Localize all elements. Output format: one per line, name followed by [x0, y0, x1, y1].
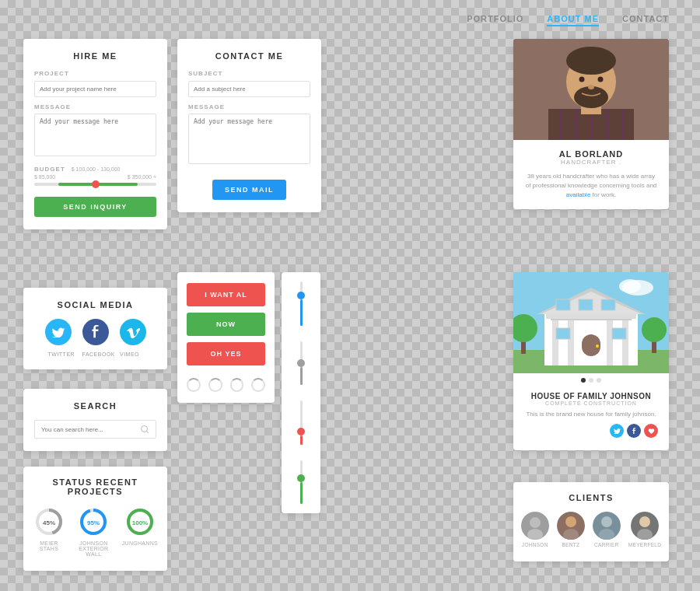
clients-card: CLIENTS JOHNSON BENTZ [513, 482, 669, 561]
house-subtitle: COMPLETE CONSTRUCTION [524, 400, 658, 406]
house-image [513, 272, 669, 373]
send-inquiry-button[interactable]: SEND INQUIRY [34, 197, 156, 217]
svg-point-36 [596, 344, 599, 348]
client-carrier: CARRIER [593, 512, 621, 547]
project-label: PROJECT [34, 70, 156, 77]
send-mail-button[interactable]: SEND MAIL [212, 180, 286, 200]
svg-rect-30 [556, 299, 570, 310]
status-item-2: 95% JOHNSONEXTERIOR WALL [76, 505, 111, 557]
v-slider-3[interactable] [300, 400, 303, 445]
contact-me-title: CONTACT ME [188, 51, 310, 61]
v-slider-2[interactable] [300, 341, 303, 386]
svg-point-51 [530, 517, 541, 528]
v-slider-4[interactable] [300, 460, 303, 505]
budget-row: $ 85,000 $ 350,000 + [34, 174, 156, 180]
v-slider-1[interactable] [300, 282, 303, 326]
profile-description: 38 years old handcrafter who has a wide … [524, 172, 658, 200]
svg-rect-27 [546, 314, 636, 319]
svg-rect-23 [568, 319, 574, 365]
house-facebook-icon[interactable] [627, 424, 641, 438]
vimeo-label: VIMEO [117, 351, 143, 357]
svg-text:100%: 100% [132, 519, 148, 526]
svg-point-13 [598, 77, 604, 82]
available-link[interactable]: available [566, 191, 591, 198]
house-name: HOUSE OF FAMILY JOHNSON [524, 392, 658, 400]
house-red-icon[interactable] [644, 424, 658, 438]
profile-title: HANDCRAFTER . [524, 159, 658, 166]
spinner-4 [251, 378, 265, 392]
svg-rect-25 [622, 319, 628, 365]
svg-rect-34 [612, 328, 626, 339]
message-label: MESSAGE [34, 103, 156, 110]
project-input[interactable] [34, 81, 156, 97]
nav-contact[interactable]: CONTACT [622, 14, 669, 26]
svg-point-14 [588, 85, 594, 89]
status-label-2: JOHNSONEXTERIOR WALL [76, 540, 111, 557]
house-card: HOUSE OF FAMILY JOHNSON COMPLETE CONSTRU… [513, 272, 669, 450]
svg-point-19 [619, 279, 641, 293]
budget-label: BUDGET [34, 166, 65, 173]
status-card: STATUS RECENT PROJECTS 45% MEIERSTAHS 95… [23, 467, 167, 571]
svg-text:95%: 95% [87, 519, 100, 526]
house-twitter-icon[interactable] [610, 424, 624, 438]
client-name-meyerfeld: MEYERFELD [628, 542, 661, 547]
profile-image [513, 39, 669, 140]
sliders-card [282, 272, 320, 513]
svg-line-16 [146, 431, 148, 432]
status-item-3: 100% JUNGHANNS [122, 505, 158, 557]
svg-rect-32 [601, 299, 615, 310]
social-media-title: SOCIAL MEDIA [34, 300, 156, 309]
profile-card: AL BORLAND HANDCRAFTER . 38 years old ha… [513, 39, 669, 209]
twitter-icon[interactable] [45, 319, 72, 345]
svg-point-60 [639, 516, 650, 527]
client-name-carrier: CARRIER [594, 542, 618, 547]
search-title: SEARCH [34, 401, 156, 411]
svg-rect-24 [607, 319, 613, 365]
svg-rect-31 [579, 299, 593, 310]
clients-row: JOHNSON BENTZ CARRIER [524, 512, 658, 547]
svg-point-10 [566, 47, 616, 75]
status-label-3: JUNGHANNS [122, 540, 158, 546]
profile-info: AL BORLAND HANDCRAFTER . 38 years old ha… [513, 140, 669, 209]
nav-bar: PORTFOLIO ABOUT ME CONTACT [467, 14, 669, 26]
client-bentz: BENTZ [557, 512, 585, 547]
nav-portfolio[interactable]: PORTFOLIO [467, 14, 523, 26]
message-textarea[interactable] [34, 114, 156, 156]
budget-min: $ 85,000 [34, 174, 55, 180]
now-button[interactable]: NOW [187, 313, 265, 336]
nav-about-me[interactable]: ABOUT ME [547, 14, 599, 26]
social-icons-row [34, 319, 156, 345]
status-circles: 45% MEIERSTAHS 95% JOHNSONEXTERIOR WALL [33, 505, 158, 557]
profile-name: AL BORLAND [524, 149, 658, 159]
house-description: This is the brand new house for family j… [524, 411, 658, 418]
slider-track[interactable] [34, 183, 156, 186]
spinner-2 [208, 378, 222, 392]
twitter-label: TWITTER [48, 351, 75, 357]
facebook-label: FACEBOOK [82, 351, 109, 357]
svg-rect-33 [556, 328, 570, 339]
client-name-bentz: BENTZ [562, 542, 579, 547]
contact-message-textarea[interactable] [188, 114, 310, 164]
spinners-row [187, 378, 265, 392]
vimeo-icon[interactable] [120, 319, 146, 345]
svg-rect-22 [552, 319, 558, 365]
svg-point-12 [579, 77, 585, 82]
clients-title: CLIENTS [524, 493, 658, 502]
contact-message-label: MESSAGE [188, 103, 310, 110]
budget-max: $ 350,000 + [128, 174, 156, 180]
search-icon [140, 425, 149, 434]
search-input[interactable] [41, 426, 140, 433]
search-box [34, 420, 156, 439]
subject-input[interactable] [188, 81, 310, 97]
social-media-card: SOCIAL MEDIA TWITTER FACEBOOK VIMEO [23, 288, 167, 369]
hire-me-title: HIRE ME [34, 51, 156, 61]
client-name-johnson: JOHNSON [522, 542, 548, 547]
status-title: STATUS RECENT PROJECTS [33, 477, 158, 496]
svg-point-40 [642, 317, 667, 342]
house-info: HOUSE OF FAMILY JOHNSON COMPLETE CONSTRU… [513, 383, 669, 450]
oh-yes-button[interactable]: OH YES [187, 342, 265, 365]
facebook-icon[interactable] [82, 319, 109, 345]
budget-range: $ 100,000 - 130,000 [72, 166, 121, 172]
hire-me-card: HIRE ME PROJECT MESSAGE BUDGET $ 100,000… [23, 39, 167, 229]
i-want-al-button[interactable]: I WANT AL [187, 283, 265, 306]
